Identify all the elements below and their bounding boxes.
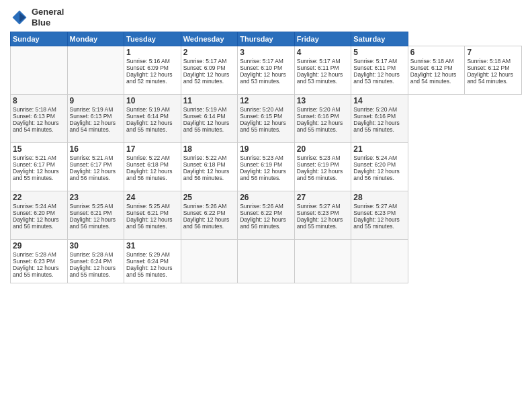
sunrise: Sunrise: 5:26 AM [183,203,227,210]
sunset: Sunset: 6:18 PM [126,161,169,168]
day-of-week-header: Thursday [238,32,295,46]
daylight: Daylight: 12 hours and 56 minutes. [13,216,59,230]
sunset: Sunset: 6:23 PM [13,258,55,265]
sunset: Sunset: 6:13 PM [70,113,112,120]
day-of-week-header: Wednesday [181,32,238,46]
day-number: 8 [13,96,65,105]
sunrise: Sunrise: 5:18 AM [467,58,511,64]
daylight: Daylight: 12 hours and 55 minutes. [13,168,59,181]
day-of-week-header: Tuesday [124,32,181,46]
day-number: 30 [70,241,122,250]
sunrise: Sunrise: 5:25 AM [126,203,170,210]
daylight: Daylight: 12 hours and 53 minutes. [240,71,286,85]
calendar-cell: 1Sunrise: 5:16 AMSunset: 6:09 PMDaylight… [124,46,181,95]
day-of-week-header: Saturday [351,32,408,46]
calendar-cell: 2Sunrise: 5:17 AMSunset: 6:09 PMDaylight… [181,46,238,95]
day-number: 14 [353,96,406,105]
sunrise: Sunrise: 5:18 AM [410,58,454,64]
sunset: Sunset: 6:19 PM [240,161,282,168]
sunrise: Sunrise: 5:20 AM [240,106,283,113]
calendar-cell: 29Sunrise: 5:28 AMSunset: 6:23 PMDayligh… [11,240,68,283]
day-of-week-header: Monday [67,32,124,46]
calendar-cell: 27Sunrise: 5:27 AMSunset: 6:23 PMDayligh… [294,191,351,240]
sunset: Sunset: 6:24 PM [70,258,112,265]
calendar-cell: 11Sunrise: 5:19 AMSunset: 6:14 PMDayligh… [181,95,238,143]
calendar-cell: 12Sunrise: 5:20 AMSunset: 6:15 PMDayligh… [238,95,295,143]
sunset: Sunset: 6:24 PM [126,258,169,265]
day-number: 26 [240,193,292,202]
daylight: Daylight: 12 hours and 55 minutes. [353,216,400,230]
day-number: 23 [70,193,122,202]
sunset: Sunset: 6:11 PM [297,64,339,71]
sunrise: Sunrise: 5:19 AM [70,106,114,113]
sunrise: Sunrise: 5:21 AM [70,154,114,161]
day-number: 21 [353,144,406,154]
logo: General Blue [10,7,64,28]
calendar-cell: 5Sunrise: 5:17 AMSunset: 6:11 PMDaylight… [351,46,408,95]
daylight: Daylight: 12 hours and 56 minutes. [183,168,230,181]
empty-cell [351,240,408,283]
daylight: Daylight: 12 hours and 56 minutes. [126,168,173,181]
sunset: Sunset: 6:17 PM [13,161,55,168]
daylight: Daylight: 12 hours and 56 minutes. [297,168,343,181]
day-number: 13 [297,96,349,105]
day-number: 17 [126,144,179,154]
sunrise: Sunrise: 5:16 AM [126,58,170,64]
daylight: Daylight: 12 hours and 55 minutes. [353,120,400,133]
day-of-week-header: Friday [294,32,351,46]
calendar-cell: 15Sunrise: 5:21 AMSunset: 6:17 PMDayligh… [11,143,68,191]
sunrise: Sunrise: 5:22 AM [126,154,170,161]
empty-cell [238,240,295,283]
calendar-cell: 20Sunrise: 5:23 AMSunset: 6:19 PMDayligh… [294,143,351,191]
calendar-page: General Blue SundayMondayTuesdayWednesda… [0,0,532,411]
sunset: Sunset: 6:21 PM [70,210,112,216]
sunrise: Sunrise: 5:23 AM [240,154,283,161]
sunrise: Sunrise: 5:29 AM [126,251,170,258]
daylight: Daylight: 12 hours and 56 minutes. [70,168,116,181]
sunset: Sunset: 6:17 PM [70,161,112,168]
sunrise: Sunrise: 5:27 AM [353,203,397,210]
calendar-cell: 16Sunrise: 5:21 AMSunset: 6:17 PMDayligh… [67,143,124,191]
day-number: 15 [13,144,65,154]
day-number: 19 [240,144,292,154]
calendar-cell: 13Sunrise: 5:20 AMSunset: 6:16 PMDayligh… [294,95,351,143]
sunset: Sunset: 6:18 PM [183,161,226,168]
calendar-cell: 17Sunrise: 5:22 AMSunset: 6:18 PMDayligh… [124,143,181,191]
calendar-cell: 8Sunrise: 5:18 AMSunset: 6:13 PMDaylight… [11,95,68,143]
daylight: Daylight: 12 hours and 55 minutes. [297,120,343,133]
day-number: 16 [70,144,122,154]
day-number: 10 [126,96,179,105]
day-of-week-header: Sunday [11,32,68,46]
sunrise: Sunrise: 5:24 AM [353,154,397,161]
sunrise: Sunrise: 5:20 AM [297,106,341,113]
calendar-cell: 22Sunrise: 5:24 AMSunset: 6:20 PMDayligh… [11,191,68,240]
sunrise: Sunrise: 5:19 AM [183,106,227,113]
sunrise: Sunrise: 5:17 AM [353,58,397,64]
logo-text: General Blue [32,7,64,28]
day-number: 24 [126,193,179,202]
calendar-cell: 6Sunrise: 5:18 AMSunset: 6:12 PMDaylight… [408,46,465,95]
day-number: 4 [297,48,349,57]
calendar-cell: 14Sunrise: 5:20 AMSunset: 6:16 PMDayligh… [351,95,408,143]
calendar-cell: 7Sunrise: 5:18 AMSunset: 6:12 PMDaylight… [465,46,522,95]
empty-cell [294,240,351,283]
day-number: 9 [70,96,122,105]
calendar-cell: 25Sunrise: 5:26 AMSunset: 6:22 PMDayligh… [181,191,238,240]
sunset: Sunset: 6:20 PM [13,210,55,216]
empty-cell [181,240,238,283]
calendar-cell: 31Sunrise: 5:29 AMSunset: 6:24 PMDayligh… [124,240,181,283]
daylight: Daylight: 12 hours and 53 minutes. [297,71,343,85]
calendar-table: SundayMondayTuesdayWednesdayThursdayFrid… [10,32,522,283]
sunset: Sunset: 6:19 PM [297,161,339,168]
sunrise: Sunrise: 5:26 AM [240,203,283,210]
sunset: Sunset: 6:22 PM [183,210,226,216]
sunrise: Sunrise: 5:28 AM [13,251,56,258]
sunrise: Sunrise: 5:17 AM [297,58,341,64]
daylight: Daylight: 12 hours and 52 minutes. [183,71,230,85]
sunrise: Sunrise: 5:17 AM [183,58,227,64]
calendar-cell: 19Sunrise: 5:23 AMSunset: 6:19 PMDayligh… [238,143,295,191]
daylight: Daylight: 12 hours and 56 minutes. [70,216,116,230]
daylight: Daylight: 12 hours and 56 minutes. [240,216,286,230]
calendar-cell: 18Sunrise: 5:22 AMSunset: 6:18 PMDayligh… [181,143,238,191]
daylight: Daylight: 12 hours and 56 minutes. [126,216,173,230]
